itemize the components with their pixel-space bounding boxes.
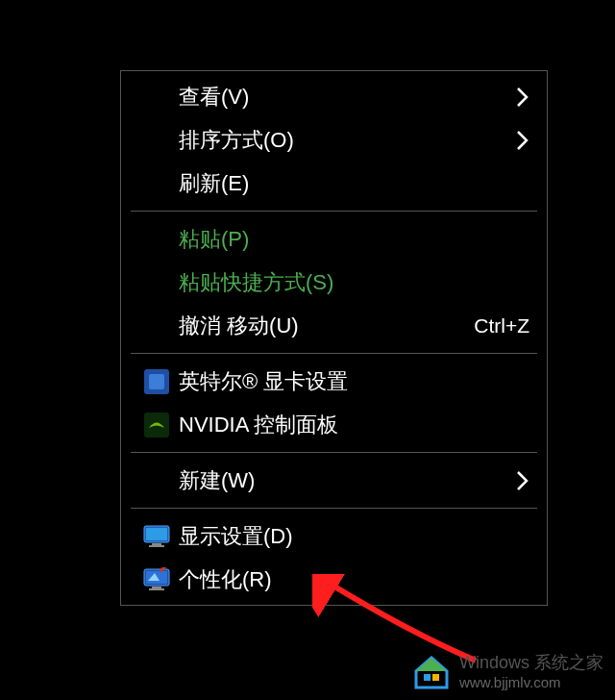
separator (131, 452, 537, 453)
svg-rect-13 (432, 674, 439, 681)
intel-icon (135, 368, 179, 395)
svg-rect-6 (149, 545, 164, 547)
separator (131, 211, 537, 212)
menu-label: 英特尔® 显卡设置 (179, 367, 529, 396)
svg-rect-1 (149, 374, 164, 389)
separator (131, 353, 537, 354)
menu-item-display-settings[interactable]: 显示设置(D) (121, 514, 547, 558)
nvidia-icon (135, 412, 179, 438)
monitor-icon (135, 524, 179, 549)
personalize-icon (135, 567, 179, 592)
watermark: Windows 系统之家 www.bjjmlv.com (411, 652, 603, 692)
svg-rect-4 (146, 528, 167, 540)
menu-item-undo[interactable]: 撤消 移动(U) Ctrl+Z (121, 304, 547, 347)
svg-rect-12 (424, 674, 430, 681)
menu-label: 个性化(R) (179, 565, 529, 594)
watermark-url: www.bjjmlv.com (459, 674, 603, 691)
menu-label: 刷新(E) (179, 169, 529, 198)
svg-point-11 (160, 568, 163, 572)
desktop-context-menu: 查看(V) 排序方式(O) 刷新(E) 粘贴(P) 粘贴快捷方式(S) 撤消 移… (120, 70, 548, 606)
menu-label: 粘贴快捷方式(S) (179, 268, 529, 297)
menu-label: 新建(W) (179, 466, 510, 495)
svg-rect-10 (149, 588, 164, 590)
menu-label: NVIDIA 控制面板 (179, 411, 529, 439)
menu-item-view[interactable]: 查看(V) (121, 75, 547, 118)
menu-label: 撤消 移动(U) (179, 312, 474, 340)
shortcut-text: Ctrl+Z (474, 314, 529, 338)
menu-item-nvidia[interactable]: NVIDIA 控制面板 (121, 403, 547, 446)
menu-label: 查看(V) (179, 83, 510, 112)
chevron-right-icon (510, 87, 529, 108)
menu-item-personalize[interactable]: 个性化(R) (121, 558, 547, 601)
menu-item-sort[interactable]: 排序方式(O) (121, 118, 547, 162)
house-icon (411, 652, 452, 692)
menu-label: 显示设置(D) (179, 522, 529, 551)
menu-item-new[interactable]: 新建(W) (121, 459, 547, 502)
svg-rect-5 (152, 543, 161, 545)
menu-item-intel-graphics[interactable]: 英特尔® 显卡设置 (121, 360, 547, 403)
chevron-right-icon (510, 470, 529, 491)
chevron-right-icon (510, 130, 529, 151)
separator (131, 508, 537, 509)
svg-rect-9 (152, 587, 161, 588)
menu-label: 粘贴(P) (179, 225, 529, 254)
menu-item-refresh[interactable]: 刷新(E) (121, 162, 547, 205)
watermark-title: Windows 系统之家 (459, 653, 603, 674)
menu-item-paste: 粘贴(P) (121, 217, 547, 261)
menu-item-paste-shortcut: 粘贴快捷方式(S) (121, 261, 547, 304)
menu-label: 排序方式(O) (179, 126, 510, 155)
